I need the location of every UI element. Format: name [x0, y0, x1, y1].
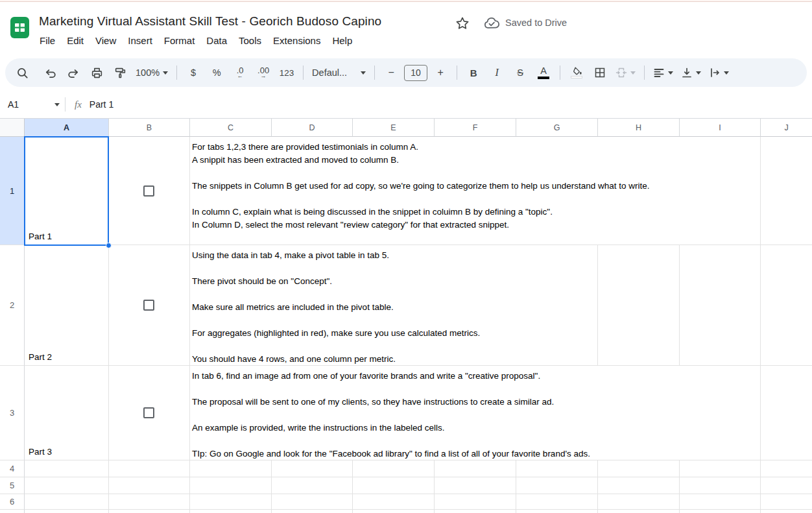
- divider: [176, 66, 177, 80]
- row-header-7-partial[interactable]: [0, 510, 25, 513]
- column-header-j[interactable]: J: [761, 119, 812, 137]
- column-header-h[interactable]: H: [598, 119, 680, 137]
- undo-button[interactable]: [40, 63, 60, 82]
- borders-button[interactable]: [590, 63, 610, 82]
- strikethrough-button[interactable]: S: [510, 63, 530, 82]
- font-selector[interactable]: Defaul...: [310, 63, 368, 82]
- column-header-d[interactable]: D: [272, 119, 353, 137]
- row-3: Part 3 In tab 6, find an image ad from o…: [25, 366, 812, 460]
- name-box-value: A1: [8, 99, 19, 110]
- menu-format[interactable]: Format: [158, 33, 201, 48]
- cell-a1[interactable]: Part 1: [29, 232, 52, 241]
- column-header-b[interactable]: B: [109, 119, 190, 137]
- row-header-5[interactable]: 5: [0, 477, 25, 494]
- decrease-font-size-button[interactable]: −: [381, 63, 401, 82]
- redo-button[interactable]: [64, 63, 83, 82]
- chevron-down-icon: [361, 71, 366, 75]
- horizontal-align-button[interactable]: [651, 63, 675, 82]
- row-header-1[interactable]: 1: [0, 137, 25, 245]
- saved-status-label[interactable]: Saved to Drive: [505, 18, 567, 28]
- decrease-decimal-button[interactable]: .0←: [230, 63, 250, 82]
- fill-color-button[interactable]: [567, 63, 586, 82]
- text-wrapping-button[interactable]: [707, 63, 731, 82]
- column-header-i[interactable]: I: [680, 119, 761, 137]
- more-formats-button[interactable]: 123: [277, 63, 296, 82]
- column-header-a[interactable]: A: [25, 119, 109, 137]
- fill-handle[interactable]: [106, 243, 112, 248]
- name-box[interactable]: A1: [0, 99, 65, 110]
- cell-c2[interactable]: Using the data in tab 4, make a pivot ta…: [192, 249, 812, 366]
- fx-icon: fx: [75, 99, 82, 110]
- menu-file[interactable]: File: [34, 33, 61, 48]
- merge-cells-button: [614, 63, 638, 82]
- divider: [457, 66, 457, 80]
- row-6[interactable]: [25, 494, 812, 510]
- cell-b2-checkbox[interactable]: [143, 300, 154, 311]
- paint-format-button[interactable]: [110, 63, 130, 82]
- cell-a3[interactable]: Part 3: [29, 447, 52, 457]
- chevron-down-icon: [668, 71, 673, 75]
- divider: [644, 66, 645, 80]
- menu-tools[interactable]: Tools: [233, 33, 267, 48]
- increase-font-size-button[interactable]: +: [431, 63, 450, 82]
- menu-data[interactable]: Data: [200, 33, 233, 48]
- row-header-4[interactable]: 4: [0, 460, 25, 477]
- row-1: Part 1 For tabs 1,2,3 there are provided…: [25, 137, 812, 245]
- select-all-corner[interactable]: [0, 119, 25, 137]
- spreadsheet-grid: A B C D E F G H I J 1 2 3 4 5 6 Part 1 F…: [0, 119, 812, 513]
- vertical-align-button[interactable]: [679, 63, 703, 82]
- cell-c3[interactable]: In tab 6, find an image ad from one of y…: [192, 370, 812, 460]
- column-header-f[interactable]: F: [435, 119, 516, 137]
- star-icon[interactable]: [454, 15, 471, 32]
- formula-input[interactable]: Part 1: [90, 99, 113, 110]
- row-2: Part 2 Using the data in tab 4, make a p…: [25, 245, 812, 366]
- top-strip: [0, 0, 812, 2]
- row-7-partial[interactable]: [25, 510, 812, 513]
- formula-bar: A1 fx Part 1: [0, 91, 812, 119]
- font-size-input[interactable]: 10: [404, 65, 427, 81]
- row-header-3[interactable]: 3: [0, 366, 25, 460]
- font-name-value: Defaul...: [312, 67, 357, 78]
- print-button[interactable]: [87, 63, 106, 82]
- format-currency-button[interactable]: $: [184, 63, 203, 82]
- text-color-swatch: [538, 77, 549, 79]
- italic-button[interactable]: I: [487, 63, 507, 82]
- cell-b1-checkbox[interactable]: [143, 185, 154, 197]
- divider: [65, 97, 66, 112]
- zoom-control[interactable]: 100%: [134, 63, 170, 82]
- divider: [374, 66, 375, 80]
- cell-b3-checkbox[interactable]: [143, 407, 154, 418]
- toolbar: 100% $ % .0← .00→ 123 Defaul... − 10 + B…: [5, 58, 807, 87]
- cell-c1[interactable]: For tabs 1,2,3 there are provided testim…: [192, 141, 812, 232]
- menu-extensions[interactable]: Extensions: [267, 33, 326, 48]
- text-color-button[interactable]: A: [534, 63, 553, 82]
- document-title[interactable]: Marketing Virtual Assistant Skill Test -…: [39, 14, 381, 29]
- chevron-down-icon: [163, 71, 168, 75]
- divider: [560, 66, 560, 80]
- menu-help[interactable]: Help: [326, 33, 358, 48]
- google-sheets-window: Marketing Virtual Assistant Skill Test -…: [0, 0, 812, 513]
- row-header-2[interactable]: 2: [0, 245, 25, 366]
- sheets-logo-icon[interactable]: [9, 17, 30, 38]
- column-header-g[interactable]: G: [516, 119, 598, 137]
- saved-to-drive-cloud-icon[interactable]: [483, 16, 501, 31]
- column-header-c[interactable]: C: [190, 119, 272, 137]
- format-percent-button[interactable]: %: [207, 63, 226, 82]
- chevron-down-icon: [724, 71, 729, 75]
- search-icon[interactable]: [12, 63, 32, 82]
- row-5[interactable]: [25, 477, 812, 494]
- menu-insert[interactable]: Insert: [122, 33, 158, 48]
- chevron-down-icon: [630, 71, 636, 75]
- fill-color-swatch: [571, 76, 582, 78]
- menu-edit[interactable]: Edit: [61, 33, 90, 48]
- menu-view[interactable]: View: [90, 33, 122, 48]
- row-header-6[interactable]: 6: [0, 494, 25, 510]
- chevron-down-icon: [696, 71, 701, 75]
- bold-button[interactable]: B: [464, 63, 483, 82]
- divider: [303, 66, 304, 80]
- increase-decimal-button[interactable]: .00→: [254, 63, 273, 82]
- cell-a2[interactable]: Part 2: [29, 352, 52, 362]
- column-header-e[interactable]: E: [353, 119, 435, 137]
- chevron-down-icon: [54, 103, 60, 106]
- row-4[interactable]: [25, 460, 812, 477]
